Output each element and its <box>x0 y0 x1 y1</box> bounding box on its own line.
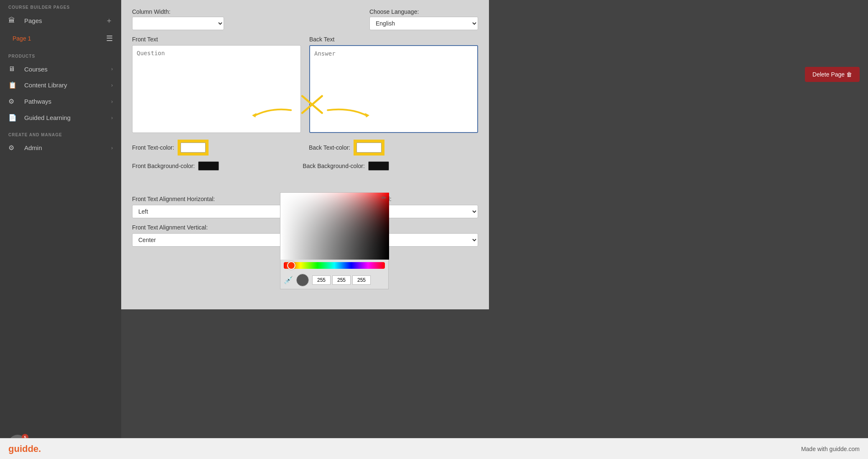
front-text-color-swatch[interactable] <box>181 143 206 153</box>
language-group: Choose Language: English Spanish French <box>369 8 478 30</box>
content-library-label: Content Library <box>24 82 67 89</box>
front-align-v-group: Front Text Alignment Vertical: Top Cente… <box>132 224 301 247</box>
pathways-label: Pathways <box>24 98 51 105</box>
front-text-color-label: Front Text-color: <box>132 144 174 151</box>
page1-label: Page 1 <box>13 35 31 42</box>
pathways-icon: ⚙ <box>8 97 20 105</box>
page1-menu-icon[interactable]: ☰ <box>106 34 113 43</box>
language-select[interactable]: English Spanish French <box>369 17 478 30</box>
column-width-group: Column Width: <box>132 8 361 30</box>
front-align-h-label: Front Text Alignment Horizontal: <box>132 196 301 202</box>
hue-handle[interactable] <box>287 261 295 270</box>
back-bg-color-group: Back Background-color: <box>303 161 389 171</box>
texts-row: Front Text Back Text <box>132 36 478 133</box>
sidebar-item-page1[interactable]: Page 1 ☰ <box>0 30 121 47</box>
create-manage-label: CREATE AND MANAGE <box>0 126 121 140</box>
front-text-color-group: Front Text-color: <box>132 140 209 156</box>
guided-learning-label: Guided Learning <box>24 114 71 121</box>
front-align-h-group: Front Text Alignment Horizontal: Left Ce… <box>132 196 301 218</box>
back-text-color-label: Back Text-color: <box>309 144 350 151</box>
column-width-label: Column Width: <box>132 8 361 15</box>
guided-learning-chevron: › <box>111 115 113 121</box>
front-align-h-select[interactable]: Left Center Right <box>132 205 301 218</box>
front-align-v-label: Front Text Alignment Vertical: <box>132 224 301 231</box>
admin-chevron: › <box>111 145 113 151</box>
admin-label: Admin <box>24 144 42 151</box>
front-bg-color-swatch[interactable] <box>198 161 219 171</box>
courses-chevron: › <box>111 66 113 72</box>
back-text-label: Back Text <box>309 36 478 43</box>
sidebar-item-content-library[interactable]: 📋 Content Library › <box>0 77 121 93</box>
front-text-group: Front Text <box>132 36 301 133</box>
back-bg-color-swatch[interactable] <box>368 161 389 171</box>
bottom-bar: guidde. Made with guidde.com <box>0 438 868 459</box>
back-text-input[interactable] <box>309 45 478 133</box>
hue-slider[interactable] <box>284 262 385 269</box>
color-b-input[interactable] <box>352 275 371 285</box>
back-text-color-swatch[interactable] <box>356 143 382 153</box>
pages-label: Pages <box>24 17 42 24</box>
courses-label: Courses <box>24 66 48 73</box>
eyedropper-button[interactable]: 💉 <box>284 275 293 285</box>
current-color-preview <box>296 274 309 286</box>
sidebar-item-courses[interactable]: 🖥 Courses › <box>0 61 121 77</box>
front-bg-color-label: Front Background-color: <box>132 163 195 169</box>
front-text-label: Front Text <box>132 36 301 43</box>
delete-page-label: Delete Page 🗑 <box>812 71 852 78</box>
sidebar-item-guided-learning[interactable]: 📄 Guided Learning › <box>0 110 121 126</box>
front-bg-color-group: Front Background-color: <box>132 161 219 171</box>
column-width-select[interactable] <box>132 17 224 30</box>
color-inputs <box>312 275 371 285</box>
content-library-icon: 📋 <box>8 81 20 89</box>
admin-icon: ⚙ <box>8 144 20 152</box>
choose-language-label: Choose Language: <box>369 8 478 15</box>
color-picker-bottom: 💉 <box>280 271 388 289</box>
back-bg-color-label: Back Background-color: <box>303 163 365 169</box>
picker-pencil-icon[interactable]: ✏ <box>382 194 387 201</box>
color-picker-canvas[interactable] <box>280 193 389 260</box>
guidde-logo: guidde. <box>8 444 41 454</box>
sidebar: COURSE BUILDER PAGES 🏛 Pages ＋ Page 1 ☰ … <box>0 0 121 459</box>
back-text-color-group: Back Text-color: <box>309 140 384 156</box>
modal-overlay: Column Width: Choose Language: English S… <box>121 0 868 459</box>
made-with-text: Made with guidde.com <box>801 446 860 452</box>
color-g-input[interactable] <box>332 275 351 285</box>
column-language-row: Column Width: Choose Language: English S… <box>132 8 478 30</box>
color-r-input[interactable] <box>312 275 331 285</box>
back-text-color-annotated[interactable] <box>354 140 384 156</box>
settings-panel: Column Width: Choose Language: English S… <box>121 0 489 309</box>
sidebar-item-admin[interactable]: ⚙ Admin › <box>0 140 121 156</box>
products-label: PRODUCTS <box>0 47 121 61</box>
course-builder-label: COURSE BUILDER PAGES <box>0 0 121 11</box>
pages-icon: 🏛 <box>8 17 20 24</box>
content-library-chevron: › <box>111 82 113 88</box>
delete-page-button[interactable]: Delete Page 🗑 <box>805 67 860 82</box>
add-page-icon[interactable]: ＋ <box>105 15 113 26</box>
front-text-input[interactable] <box>132 45 301 133</box>
guided-learning-icon: 📄 <box>8 114 20 122</box>
sidebar-item-pathways[interactable]: ⚙ Pathways › <box>0 93 121 110</box>
sidebar-item-pages[interactable]: 🏛 Pages ＋ <box>0 11 121 30</box>
bg-color-row: Front Background-color: Back Background-… <box>132 161 478 171</box>
text-color-row: Front Text-color: Back Text-color: <box>132 140 478 156</box>
front-text-color-annotated[interactable] <box>178 140 209 156</box>
front-align-v-select[interactable]: Top Center Bottom <box>132 233 301 247</box>
color-picker-popup: ✏ 💉 <box>280 192 389 289</box>
back-text-group: Back Text <box>309 36 478 133</box>
courses-icon: 🖥 <box>8 65 20 73</box>
main-content: Delete Page 🗑 Column Width: Choose Langu… <box>121 0 868 459</box>
pathways-chevron: › <box>111 99 113 105</box>
